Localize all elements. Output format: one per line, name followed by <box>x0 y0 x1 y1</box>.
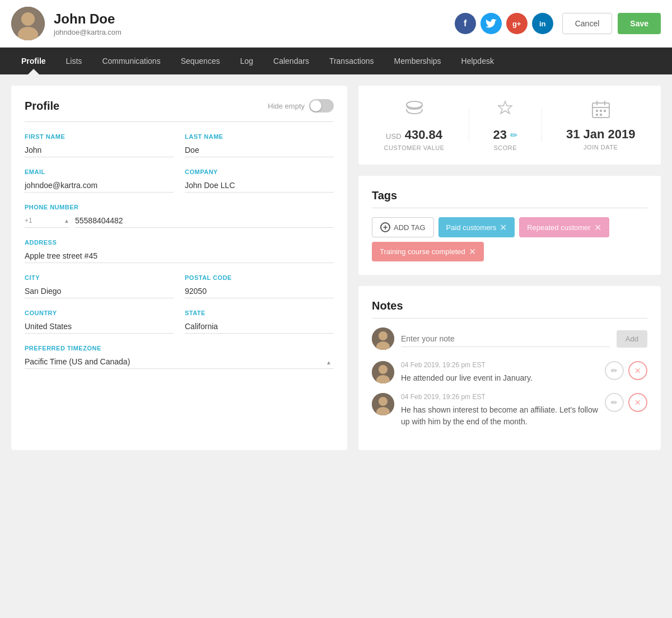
nav-item-helpdesk[interactable]: Helpdesk <box>451 48 504 74</box>
nav-item-transactions[interactable]: Transactions <box>319 48 384 74</box>
profile-panel: Profile Hide empty FIRST NAME LAST NAME … <box>11 86 347 450</box>
note-1-meta: 04 Feb 2019, 19:26 pm EST <box>401 361 598 369</box>
cancel-button[interactable]: Cancel <box>562 13 613 34</box>
company-label: COMPANY <box>185 168 334 175</box>
svg-point-17 <box>379 365 388 374</box>
note-2-edit-button[interactable]: ✏ <box>605 393 624 412</box>
phone-number-input[interactable] <box>75 214 334 228</box>
note-item-1: 04 Feb 2019, 19:26 pm EST He attended ou… <box>372 361 647 384</box>
svg-rect-10 <box>604 110 606 112</box>
score-value-row: 23 ✏ <box>493 128 517 142</box>
join-date-label: JOIN DATE <box>566 144 636 151</box>
nav-item-profile[interactable]: Profile <box>11 48 56 74</box>
main-content: Profile Hide empty FIRST NAME LAST NAME … <box>0 74 672 461</box>
tag-label: Repeated customer <box>527 223 590 232</box>
googleplus-button[interactable]: g+ <box>506 13 528 34</box>
city-group: CITY <box>25 274 174 298</box>
timezone-label: PREFERRED TIMEZONE <box>25 345 334 352</box>
score-edit-icon[interactable]: ✏ <box>510 130 517 141</box>
postal-group: POSTAL CODE <box>185 274 334 298</box>
note-2-actions: ✏ ✕ <box>605 393 647 412</box>
customer-value-label: CUSTOMER VALUE <box>384 144 444 151</box>
note-1-delete-button[interactable]: ✕ <box>628 361 647 380</box>
postal-label: POSTAL CODE <box>185 274 334 281</box>
first-name-input[interactable] <box>25 143 174 157</box>
phone-label: PHONE NUMBER <box>25 204 334 210</box>
facebook-button[interactable]: f <box>455 13 476 34</box>
social-icons: f g+ in <box>455 13 553 34</box>
nav-item-calendars[interactable]: Calendars <box>263 48 319 74</box>
nav-item-log[interactable]: Log <box>230 48 263 74</box>
phone-code-value: +1 <box>25 217 32 224</box>
tag-close-repeated[interactable]: ✕ <box>594 222 601 233</box>
tags-divider <box>372 208 647 208</box>
tag-paid-customers: Paid customers ✕ <box>438 217 515 237</box>
tag-close-training[interactable]: ✕ <box>469 246 476 257</box>
note-1-edit-button[interactable]: ✏ <box>605 361 624 380</box>
last-name-input[interactable] <box>185 143 334 157</box>
svg-point-3 <box>407 101 422 108</box>
country-group: COUNTRY <box>25 310 174 334</box>
note-2-meta: 04 Feb 2019, 19:26 pm EST <box>401 393 598 401</box>
company-group: COMPANY <box>185 168 334 193</box>
notes-panel: Notes Add <box>358 286 661 450</box>
navigation: Profile Lists Communications Sequences L… <box>0 48 672 74</box>
notes-divider <box>372 318 647 319</box>
state-input[interactable] <box>185 320 334 334</box>
note-2-delete-button[interactable]: ✕ <box>628 393 647 412</box>
last-name-label: LAST NAME <box>185 133 334 140</box>
add-tag-button[interactable]: + ADD TAG <box>372 217 434 237</box>
phone-group: PHONE NUMBER +1 ▲ <box>25 204 334 228</box>
note-author-avatar <box>372 327 394 350</box>
panel-header: Profile Hide empty <box>25 99 334 113</box>
timezone-input[interactable] <box>25 355 334 369</box>
join-date-value: 31 Jan 2019 <box>566 127 636 142</box>
twitter-button[interactable] <box>480 13 502 34</box>
customer-value-number: USD 430.84 <box>384 128 444 142</box>
note-1-actions: ✏ ✕ <box>605 361 647 380</box>
phone-code-arrow: ▲ <box>64 218 69 224</box>
name-row: FIRST NAME LAST NAME <box>25 133 334 157</box>
header-actions: Cancel Save <box>562 13 661 34</box>
linkedin-button[interactable]: in <box>532 13 553 34</box>
city-input[interactable] <box>25 284 174 298</box>
score-icon <box>493 99 517 124</box>
company-input[interactable] <box>185 179 334 193</box>
phone-code-selector[interactable]: +1 ▲ <box>25 214 69 228</box>
note-2-content: 04 Feb 2019, 19:26 pm EST He has shown i… <box>401 393 598 428</box>
hide-empty-switch[interactable] <box>309 99 334 113</box>
tags-title: Tags <box>372 189 647 202</box>
country-input[interactable] <box>25 320 174 334</box>
tag-training-course: Training course completed ✕ <box>372 242 484 261</box>
note-1-content: 04 Feb 2019, 19:26 pm EST He attended ou… <box>401 361 598 384</box>
nav-item-sequences[interactable]: Sequences <box>171 48 230 74</box>
email-input[interactable] <box>25 179 174 193</box>
nav-item-memberships[interactable]: Memberships <box>384 48 451 74</box>
email-label: EMAIL <box>25 168 174 175</box>
city-label: CITY <box>25 274 174 281</box>
hide-empty-toggle: Hide empty <box>268 99 334 113</box>
tag-close-paid[interactable]: ✕ <box>500 222 507 233</box>
svg-rect-8 <box>596 110 598 112</box>
save-button[interactable]: Save <box>618 13 661 34</box>
toggle-knob <box>310 100 321 111</box>
right-panel: USD 430.84 CUSTOMER VALUE 23 ✏ SCORE <box>358 86 661 450</box>
tags-panel: Tags + ADD TAG Paid customers ✕ Repeated… <box>358 176 661 275</box>
note-input-row: Add <box>372 327 647 350</box>
address-label: ADDRESS <box>25 239 334 246</box>
postal-input[interactable] <box>185 284 334 298</box>
note-1-avatar <box>372 361 394 383</box>
tag-label: Paid customers <box>446 223 497 232</box>
note-text-input[interactable] <box>401 331 610 347</box>
nav-item-communications[interactable]: Communications <box>92 48 170 74</box>
note-add-button[interactable]: Add <box>617 330 647 348</box>
address-row: ADDRESS <box>25 239 334 263</box>
user-email: johndoe@kartra.com <box>54 28 446 36</box>
svg-rect-9 <box>600 110 602 112</box>
calendar-icon <box>566 100 636 124</box>
customer-value-stat: USD 430.84 CUSTOMER VALUE <box>384 99 444 151</box>
svg-rect-11 <box>596 114 598 116</box>
nav-item-lists[interactable]: Lists <box>56 48 92 74</box>
address-input[interactable] <box>25 249 334 263</box>
country-state-row: COUNTRY STATE <box>25 310 334 334</box>
